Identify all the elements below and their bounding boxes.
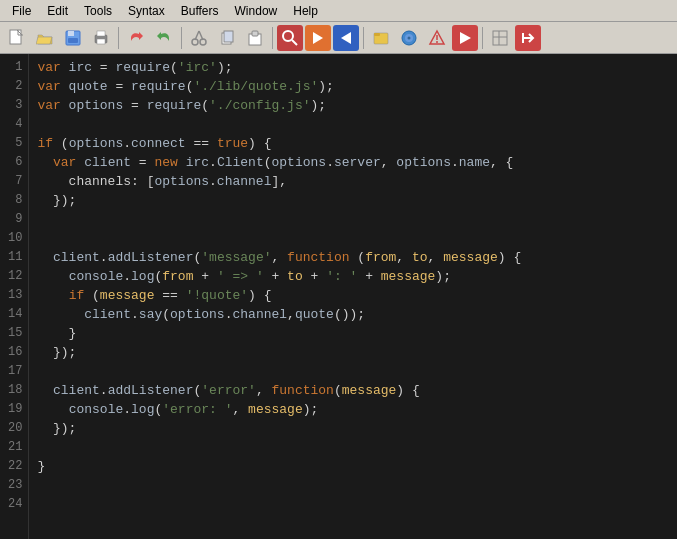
code-line-1: var irc = require('irc'); [37, 58, 669, 77]
code-line-2: var quote = require('./lib/quote.js'); [37, 77, 669, 96]
menubar: File Edit Tools Syntax Buffers Window He… [0, 0, 677, 22]
code-line-21 [37, 438, 669, 457]
code-line-7: channels: [options.channel], [37, 172, 669, 191]
svg-point-15 [283, 31, 293, 41]
code-line-8: }); [37, 191, 669, 210]
svg-line-9 [195, 31, 199, 40]
svg-rect-6 [97, 39, 105, 44]
svg-point-23 [408, 36, 411, 39]
paste-button[interactable] [242, 25, 268, 51]
code-line-16: }); [37, 343, 669, 362]
toolbar-separator-3 [272, 27, 273, 49]
open-file-button[interactable] [368, 25, 394, 51]
code-line-3: var options = require('./config.js'); [37, 96, 669, 115]
svg-rect-5 [97, 31, 105, 36]
code-line-22: } [37, 457, 669, 476]
line-numbers: 1 2 3 4 5 6 7 8 9 10 11 12 13 14 15 16 1… [0, 54, 29, 539]
undo-button[interactable] [123, 25, 149, 51]
svg-line-10 [199, 31, 203, 40]
code-container: 1 2 3 4 5 6 7 8 9 10 11 12 13 14 15 16 1… [0, 54, 677, 539]
svg-rect-14 [252, 31, 258, 36]
new-file-button[interactable] [4, 25, 30, 51]
code-line-23 [37, 476, 669, 495]
svg-marker-27 [460, 32, 471, 44]
svg-marker-18 [341, 32, 351, 44]
code-line-11: client.addListener('message', function (… [37, 248, 669, 267]
code-line-17 [37, 362, 669, 381]
menu-syntax[interactable]: Syntax [120, 2, 173, 20]
code-line-13: if (message == '!quote') { [37, 286, 669, 305]
toolbar-separator-4 [363, 27, 364, 49]
code-line-4 [37, 115, 669, 134]
copy-button[interactable] [214, 25, 240, 51]
code-line-18: client.addListener('error', function(mes… [37, 381, 669, 400]
compile-button[interactable] [424, 25, 450, 51]
forward-button[interactable] [305, 25, 331, 51]
search-button[interactable] [277, 25, 303, 51]
code-line-5: if (options.connect == true) { [37, 134, 669, 153]
open-button[interactable] [32, 25, 58, 51]
menu-buffers[interactable]: Buffers [173, 2, 227, 20]
cut-button[interactable] [186, 25, 212, 51]
toolbar-separator-5 [482, 27, 483, 49]
svg-rect-12 [224, 31, 233, 42]
run-button[interactable] [452, 25, 478, 51]
print-button[interactable] [88, 25, 114, 51]
svg-rect-28 [493, 31, 507, 45]
toolbar [0, 22, 677, 54]
menu-tools[interactable]: Tools [76, 2, 120, 20]
save-button[interactable] [60, 25, 86, 51]
redo-button[interactable] [151, 25, 177, 51]
code-line-19: console.log('error: ', message); [37, 400, 669, 419]
exit-button[interactable] [515, 25, 541, 51]
code-editor[interactable]: var irc = require('irc'); var quote = re… [29, 54, 677, 539]
svg-point-26 [436, 41, 438, 43]
menu-edit[interactable]: Edit [39, 2, 76, 20]
toolbar-separator-1 [118, 27, 119, 49]
menu-file[interactable]: File [4, 2, 39, 20]
code-line-14: client.say(options.channel,quote()); [37, 305, 669, 324]
menu-help[interactable]: Help [285, 2, 326, 20]
toolbar-separator-2 [181, 27, 182, 49]
code-line-24 [37, 495, 669, 514]
code-line-6: var client = new irc.Client(options.serv… [37, 153, 669, 172]
svg-rect-3 [68, 38, 78, 43]
code-line-20: }); [37, 419, 669, 438]
code-line-10 [37, 229, 669, 248]
code-line-15: } [37, 324, 669, 343]
table-button[interactable] [487, 25, 513, 51]
svg-line-16 [292, 40, 297, 45]
save-as-button[interactable] [396, 25, 422, 51]
code-line-12: console.log(from + ' => ' + to + ': ' + … [37, 267, 669, 286]
menu-window[interactable]: Window [227, 2, 286, 20]
code-line-9 [37, 210, 669, 229]
svg-rect-20 [374, 33, 380, 36]
back-button[interactable] [333, 25, 359, 51]
svg-marker-17 [313, 32, 323, 44]
svg-rect-2 [68, 31, 74, 36]
